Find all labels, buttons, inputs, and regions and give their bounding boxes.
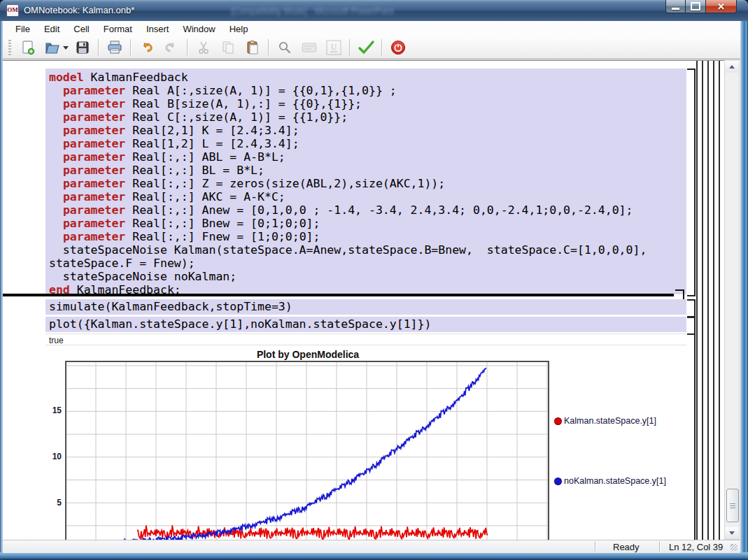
output-group-bracket[interactable] [687, 333, 696, 540]
image-format-button[interactable] [299, 38, 318, 57]
plot-cell-bracket[interactable] [687, 317, 696, 335]
vertical-scrollbar[interactable] [724, 60, 740, 540]
model-code-cell[interactable]: model KalmanFeedback parameter Real A[:,… [45, 69, 686, 294]
toolbar-separator [98, 39, 99, 56]
code-line: parameter Real[:,:] Anew = [0,1,0,0 ; -1… [49, 203, 686, 217]
legend-label: Kalman.stateSpace.y[1] [564, 416, 656, 426]
print-icon [106, 40, 123, 55]
code-line: parameter Real[:,:] ABL = A-B*L; [49, 150, 686, 164]
toolbar-separator [130, 39, 131, 56]
code-line: parameter Real[:,:] Fnew = [1;0;0;0]; [49, 230, 686, 243]
code-line: parameter Real[1,2] L = [2.4,3.4]; [49, 137, 686, 150]
resize-grip[interactable] [731, 544, 738, 551]
print-button[interactable] [105, 38, 124, 57]
simulate-cell-bracket[interactable] [687, 299, 696, 317]
toolbar-separator [187, 39, 188, 56]
paste-button[interactable] [243, 38, 262, 57]
menu-help[interactable]: Help [223, 22, 255, 36]
code-line: parameter Real C[:,size(A, 1)] = {{1,0}}… [49, 110, 686, 124]
search-button[interactable] [275, 38, 294, 57]
menu-format[interactable]: Format [97, 22, 139, 36]
open-button[interactable] [43, 38, 62, 57]
stop-button[interactable] [388, 38, 407, 57]
open-folder-icon [44, 40, 61, 55]
close-icon: ✕ [717, 1, 725, 13]
y-tick-5: 5 [43, 498, 62, 508]
evaluate-check-icon [357, 39, 375, 56]
legend-label: noKalman.stateSpace.y[1] [564, 476, 666, 486]
menu-cell[interactable]: Cell [66, 22, 96, 36]
series-nokalman-statespace-y-1- [122, 368, 486, 540]
toolbar-grip[interactable] [8, 40, 11, 55]
search-icon [277, 40, 292, 55]
minimize-icon [672, 8, 679, 10]
copy-icon [220, 40, 236, 55]
code-line: model KalmanFeedback [49, 71, 686, 84]
plot-title: Plot by OpenModelica [66, 349, 549, 360]
simulate-command-cell[interactable]: simulate(KalmanFeedback,stopTime=3) [45, 299, 686, 315]
group-bracket-line [713, 61, 714, 540]
underline-icon: U [325, 39, 342, 56]
scroll-up-button[interactable] [725, 61, 739, 73]
undo-button[interactable] [137, 38, 156, 57]
maximize-icon [691, 2, 700, 10]
statusbar-separator [659, 542, 660, 552]
title-bar[interactable]: OM OMNotebook: Kalman.onb* [Compatibilit… [0, 0, 748, 22]
underline-button[interactable]: U [324, 38, 343, 57]
maximize-button[interactable] [686, 0, 705, 13]
cell-cursor-divider[interactable] [3, 294, 674, 296]
plot-canvas [66, 362, 548, 540]
open-dropdown-icon[interactable] [63, 46, 69, 50]
code-line: parameter Real[:,:] Bnew = [0;1;0;0]; [49, 217, 686, 230]
scrollbar-thumb[interactable] [726, 489, 739, 522]
save-icon [75, 40, 90, 55]
plot-command-cell[interactable]: plot({Kalman.stateSpace.y[1],noKalman.st… [45, 317, 686, 332]
legend-dot-icon [554, 417, 562, 425]
status-ready: Ready [613, 542, 640, 552]
cut-button[interactable] [194, 38, 213, 57]
scroll-down-button[interactable] [725, 527, 739, 539]
menu-file[interactable]: File [8, 22, 37, 36]
menu-window[interactable]: Window [176, 22, 222, 36]
code-line: stateSpaceNoise noKalman; [49, 270, 686, 283]
new-document-button[interactable] [18, 38, 37, 57]
code-cell-bracket[interactable] [687, 69, 696, 296]
redo-button[interactable] [162, 38, 181, 57]
menu-edit[interactable]: Edit [37, 22, 66, 36]
copy-button[interactable] [218, 38, 237, 57]
legend-dot-icon [554, 478, 562, 485]
legend-item-kalman: Kalman.stateSpace.y[1] [554, 416, 656, 426]
toolbar-separator [349, 39, 350, 56]
code-line: parameter Real A[:,size(A, 1)] = {{0,1},… [49, 84, 686, 97]
toolbar-separator [381, 39, 382, 56]
code-line: parameter Real[:,:] AKC = A-K*C; [49, 190, 686, 203]
y-tick-10: 10 [43, 452, 62, 461]
app-window: OM OMNotebook: Kalman.onb* [Compatibilit… [0, 0, 748, 560]
background-window-title: [Compatibility Mode] - Microsoft PowerPo… [231, 6, 497, 16]
arrow-down-icon [729, 531, 735, 535]
group-bracket-line [719, 61, 720, 540]
minimize-button[interactable] [665, 0, 686, 13]
save-button[interactable] [73, 38, 92, 57]
cut-scissors-icon [196, 40, 211, 55]
code-line: parameter Real[:,:] BL = B*L; [49, 164, 686, 177]
menu-insert[interactable]: Insert [139, 22, 176, 36]
paste-clipboard-icon [245, 40, 260, 55]
code-line: parameter Real[2,1] K = [2.4;3.4]; [49, 124, 686, 137]
output-cell-true[interactable]: true [45, 333, 686, 345]
evaluate-button[interactable] [356, 38, 375, 57]
code-line: stateSpaceNoise Kalman(stateSpace.A=Anew… [49, 243, 686, 257]
notebook-viewport[interactable]: model KalmanFeedback parameter Real A[:,… [3, 60, 724, 540]
arrow-up-icon [729, 65, 735, 69]
close-button[interactable]: ✕ [705, 0, 737, 13]
toolbar: U [3, 36, 740, 59]
window-border-bottom [0, 552, 748, 560]
status-bar: Ready Ln 12, Col 39 [3, 540, 740, 553]
statusbar-separator [595, 542, 595, 552]
code-line: parameter Real B[size(A, 1),:] = {{0},{1… [49, 97, 686, 110]
window-border-right [740, 21, 748, 560]
code-line: parameter Real[:,:] Z = zeros(size(ABL,2… [49, 177, 686, 190]
window-title: OMNotebook: Kalman.onb* [24, 5, 134, 15]
undo-icon [139, 40, 155, 55]
redo-icon [163, 40, 179, 55]
